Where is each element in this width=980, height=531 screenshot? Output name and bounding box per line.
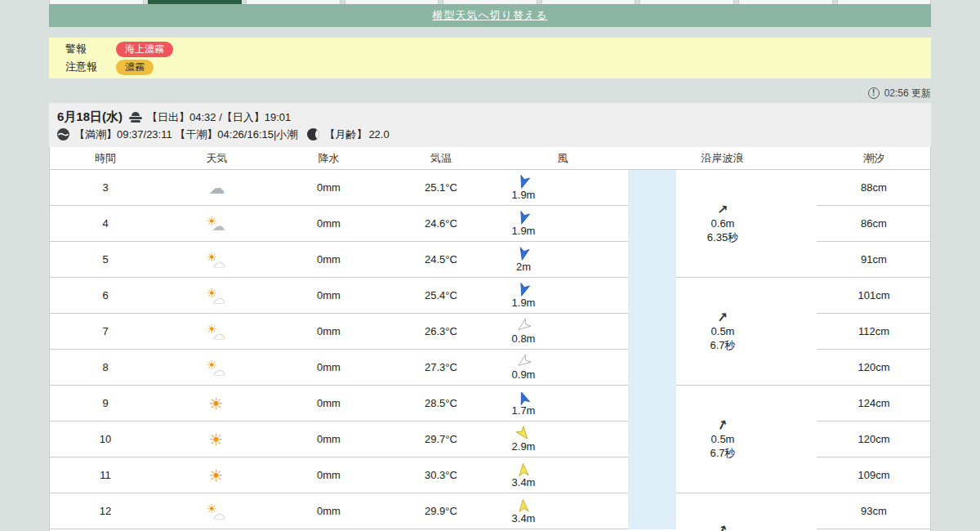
wave-circle-icon — [57, 128, 69, 141]
col-header-wave: 沿岸波浪 — [628, 147, 817, 170]
col-header-wind: 風 — [497, 147, 628, 170]
wave-direction-arrow-icon: ↗ — [715, 417, 730, 433]
tide-cell: 124cm — [817, 386, 931, 422]
weather-cell: ☀☁ — [161, 493, 273, 529]
col-header-time: 時間 — [50, 147, 161, 170]
precip-cell: 0mm — [273, 457, 385, 493]
col-header-precip: 降水 — [273, 147, 385, 170]
precip-cell: 0mm — [273, 350, 385, 386]
time-cell: 5 — [50, 242, 161, 278]
sun-small-cloud-icon: ☀☁ — [206, 502, 229, 520]
wind-cell: 0.8m — [497, 314, 628, 350]
update-time: 02:56 更新 — [884, 87, 931, 100]
precip-cell: 0mm — [273, 386, 385, 422]
col-header-tide: 潮汐 — [817, 147, 931, 170]
precip-cell: 0mm — [273, 242, 385, 278]
precip-cell: 0mm — [273, 314, 385, 350]
precip-cell: 0mm — [273, 493, 385, 529]
wave-group-cell: ↗0.5m6.7秒 — [676, 386, 817, 493]
advisory-row: 注意報 濃霧 — [65, 60, 915, 75]
tide-cell: 93cm — [817, 493, 931, 529]
wave-direction-arrow-icon: ↗ — [715, 523, 730, 531]
weather-cell: ☀ — [161, 457, 273, 493]
sunny-icon: ☀ — [206, 431, 229, 448]
time-cell: 12 — [50, 493, 161, 529]
time-cell: 8 — [50, 350, 161, 386]
temp-cell: 27.3°C — [385, 350, 497, 386]
advisory-label: 注意報 — [65, 60, 108, 74]
tide-cell: 91cm — [817, 242, 931, 278]
wind-cell: 1.9m — [497, 206, 628, 242]
wave-group-cell: ↗0.6m6.35秒 — [676, 170, 817, 278]
temp-cell: 24.6°C — [385, 206, 497, 242]
wind-speed: 1.9m — [512, 190, 536, 201]
tide-cell: 112cm — [817, 314, 931, 350]
wind-cell: 1.9m — [497, 170, 628, 206]
sun-small-cloud-icon: ☀☁ — [206, 287, 229, 305]
weather-cell: ☁ — [161, 170, 273, 206]
weather-cell: ☀ — [161, 422, 273, 457]
temp-cell: 24.5°C — [385, 242, 497, 278]
info-circle-icon: ! — [868, 87, 880, 99]
temp-cell: 28.5°C — [385, 386, 497, 422]
wave-period: 6.7秒 — [710, 338, 735, 352]
wind-speed: 1.7m — [512, 405, 536, 417]
sun-times: 【日出】04:32 /【日入】19:01 — [147, 110, 291, 125]
time-cell: 11 — [50, 457, 161, 493]
wave-direction-arrow-icon: ↗ — [717, 203, 728, 216]
weather-cell: ☀☁ — [161, 278, 273, 314]
wave-height: 0.5m — [711, 324, 735, 338]
moon-age-label: 【月齢】 — [324, 127, 367, 142]
temp-cell: 30.3°C — [385, 457, 497, 493]
update-status: ! 02:56 更新 — [49, 86, 931, 100]
wave-height: 0.5m — [711, 432, 735, 446]
time-cell: 7 — [50, 314, 161, 350]
tide-times: 【満潮】09:37/23:11 【干潮】04:26/16:15|小潮 — [74, 127, 297, 142]
time-cell: 10 — [50, 422, 161, 457]
weather-cell: ☀☁ — [161, 242, 273, 278]
precip-cell: 0mm — [273, 422, 385, 457]
wind-speed: 3.4m — [512, 477, 536, 489]
wave-graph-strip — [628, 170, 676, 529]
cloudy-icon: ☁ — [206, 179, 229, 197]
sun-small-cloud-icon: ☀☁ — [206, 323, 229, 341]
wind-speed: 3.4m — [512, 513, 536, 524]
wind-cell: 2.9m — [497, 422, 628, 457]
moon-icon — [307, 128, 319, 141]
moon-age-value: 22.0 — [368, 128, 389, 141]
wave-group-cell: ↗ — [676, 493, 817, 529]
tide-cell: 109cm — [817, 457, 931, 493]
wind-direction-arrow-icon — [514, 245, 532, 263]
hourly-weather-table: 時間 天気 降水 気温 風 沿岸波浪 潮汐 3☁0mm25.1°C1.9m88c… — [49, 147, 931, 531]
sun-behind-cloud-icon: ☀☁ — [206, 215, 229, 233]
weather-cell: ☀☁ — [161, 314, 273, 350]
col-header-weather: 天気 — [161, 147, 273, 170]
weather-cell: ☀☁ — [161, 350, 273, 386]
precip-cell: 0mm — [273, 278, 385, 314]
precip-cell: 0mm — [273, 170, 385, 206]
sun-small-cloud-icon: ☀☁ — [206, 359, 229, 377]
warning-label: 警報 — [65, 42, 108, 56]
switch-to-horizontal-link[interactable]: 横型天気へ切り替える — [432, 8, 547, 23]
tide-cell: 120cm — [817, 350, 931, 386]
wind-direction-arrow-icon — [515, 462, 531, 477]
temp-cell: 25.4°C — [385, 278, 497, 314]
wind-cell: 2m — [497, 242, 628, 278]
wind-speed: 1.9m — [512, 225, 536, 237]
wind-cell: 1.9m — [497, 278, 628, 314]
time-cell: 9 — [50, 386, 161, 422]
wave-height: 0.6m — [711, 216, 735, 230]
wave-direction-arrow-icon: ↗ — [716, 310, 728, 324]
time-cell: 6 — [50, 278, 161, 314]
wind-cell: 3.4m — [497, 493, 628, 529]
date-label: 6月18日(水) — [57, 109, 122, 125]
alert-box: 警報 海上濃霧 注意報 濃霧 — [49, 38, 931, 78]
warning-row: 警報 海上濃霧 — [65, 42, 915, 57]
precip-cell: 0mm — [273, 206, 385, 242]
temp-cell: 25.1°C — [385, 170, 497, 206]
sunrise-icon — [129, 112, 142, 123]
advisory-badge[interactable]: 濃霧 — [116, 60, 154, 75]
view-switch-banner: 横型天気へ切り替える — [49, 4, 931, 27]
temp-cell: 29.7°C — [385, 422, 497, 457]
warning-badge[interactable]: 海上濃霧 — [116, 42, 173, 57]
